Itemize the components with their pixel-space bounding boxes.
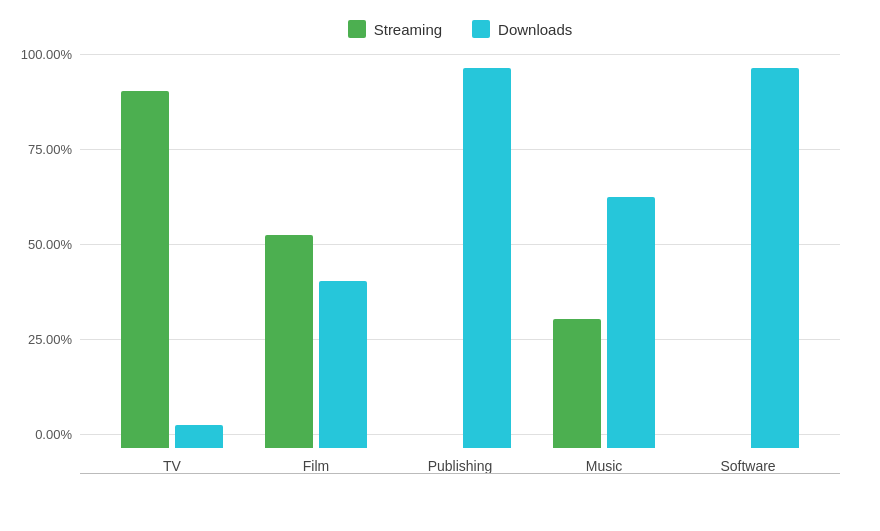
bar-group-film: Film: [265, 235, 367, 474]
y-label-50: 50.00%: [28, 237, 72, 252]
legend-swatch-downloads: [472, 20, 490, 38]
legend-swatch-streaming: [348, 20, 366, 38]
bars-film: [265, 235, 367, 448]
bar-group-software: Software: [697, 68, 799, 474]
x-label-publishing: Publishing: [428, 458, 493, 474]
legend-item-streaming: Streaming: [348, 20, 442, 38]
x-label-film: Film: [303, 458, 329, 474]
chart-legend: StreamingDownloads: [80, 20, 840, 38]
y-label-0: 0.00%: [35, 427, 72, 442]
legend-label-streaming: Streaming: [374, 21, 442, 38]
bar-streaming-film: [265, 235, 313, 448]
bar-downloads-software: [751, 68, 799, 448]
chart-container: StreamingDownloads 100.00%75.00%50.00%25…: [0, 0, 880, 531]
bar-group-tv: TV: [121, 91, 223, 474]
bar-streaming-tv: [121, 91, 169, 448]
chart-area: 100.00%75.00%50.00%25.00%0.00% TVFilmPub…: [80, 54, 840, 474]
y-label-100: 100.00%: [21, 47, 72, 62]
y-label-25: 25.00%: [28, 332, 72, 347]
bar-downloads-tv: [175, 425, 223, 448]
bars-tv: [121, 91, 223, 448]
bar-streaming-music: [553, 319, 601, 448]
bar-downloads-film: [319, 281, 367, 448]
bar-group-music: Music: [553, 197, 655, 474]
x-label-music: Music: [586, 458, 623, 474]
bar-downloads-publishing: [463, 68, 511, 448]
bars-area: TVFilmPublishingMusicSoftware: [80, 54, 840, 474]
bars-music: [553, 197, 655, 448]
bar-group-publishing: Publishing: [409, 68, 511, 474]
x-label-software: Software: [720, 458, 775, 474]
x-label-tv: TV: [163, 458, 181, 474]
y-label-75: 75.00%: [28, 142, 72, 157]
legend-label-downloads: Downloads: [498, 21, 572, 38]
bar-downloads-music: [607, 197, 655, 448]
legend-item-downloads: Downloads: [472, 20, 572, 38]
x-axis-line: [80, 473, 840, 474]
bars-software: [697, 68, 799, 448]
bars-publishing: [409, 68, 511, 448]
